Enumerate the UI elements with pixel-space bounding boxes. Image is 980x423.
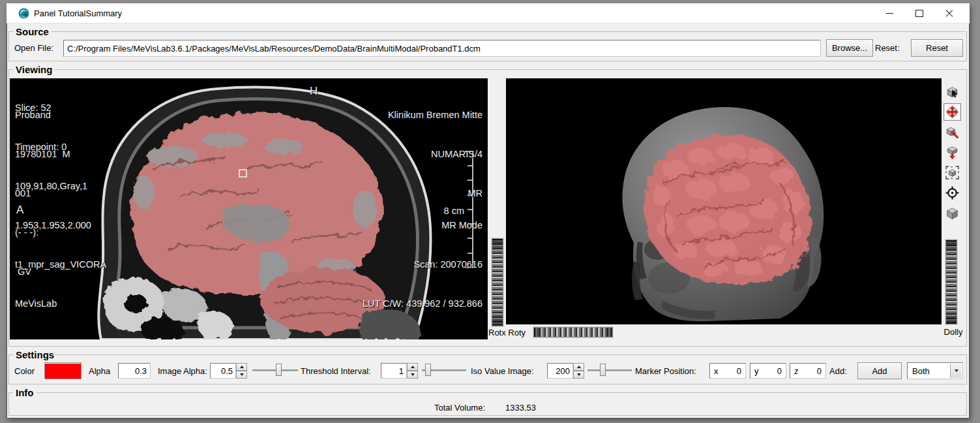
seek-button[interactable] (943, 184, 961, 202)
rotate-view-mode-icon (945, 104, 960, 119)
set-home-button[interactable] (943, 144, 961, 161)
rotate-view-mode-button[interactable] (943, 103, 961, 121)
iso-value-spinbox[interactable] (547, 363, 584, 379)
file-path-input[interactable] (63, 40, 821, 57)
spin-up-icon[interactable] (573, 363, 584, 371)
mode-overlay: MR Mode Scan: 20070616 LUT C/W: 439.962 … (363, 193, 483, 336)
spin-down-icon[interactable] (236, 371, 247, 379)
info-group (8, 392, 967, 416)
scale-label: 8 cm (444, 204, 464, 217)
marker-position-label: Marker Position: (635, 366, 696, 376)
slice-viewer[interactable]: Proband 19780101 M 001 (- - -): GV H A K… (10, 78, 488, 339)
title-bar[interactable]: Panel TutorialSummary (7, 3, 970, 24)
view-all-icon (945, 165, 960, 180)
image-alpha-value[interactable] (210, 363, 236, 379)
add-button[interactable]: Add (857, 362, 902, 379)
marker-y-field[interactable]: y 0 (750, 363, 786, 379)
color-swatch-button[interactable] (44, 362, 82, 379)
info-group-label: Info (13, 387, 37, 398)
skull-brain-render (506, 78, 942, 324)
maximize-button[interactable] (904, 3, 934, 24)
desktop-backdrop: Panel TutorialSummary Source Open File: … (0, 0, 980, 423)
iso-value[interactable] (547, 363, 573, 379)
marker-z-label: z (794, 366, 799, 376)
slider-handle[interactable] (600, 364, 606, 376)
close-icon (945, 10, 953, 18)
image-alpha-label: Image Alpha: (158, 366, 207, 376)
reset-label: Reset: (875, 43, 900, 53)
maximize-icon (915, 10, 923, 17)
total-volume-value: 1333.53 (505, 403, 536, 413)
marker-z-field[interactable]: z 0 (790, 363, 826, 379)
marker-x-field[interactable]: x 0 (709, 363, 746, 379)
slider-groove (252, 369, 298, 372)
browse-button[interactable]: Browse... (826, 39, 873, 57)
spin-down-icon[interactable] (407, 371, 418, 379)
seek-icon (945, 185, 960, 200)
minimize-button[interactable] (874, 3, 904, 24)
chevron-down-icon[interactable] (950, 364, 962, 378)
dolly-label: Dolly (940, 327, 966, 337)
threshold-interval-label: Threshold Interval: (301, 366, 371, 376)
view-all-button[interactable] (943, 164, 961, 181)
mevislab-logo-icon (18, 8, 29, 19)
slider-handle[interactable] (276, 364, 282, 376)
image-alpha-slider[interactable] (252, 364, 298, 377)
source-group-label: Source (13, 26, 52, 37)
threshold-value[interactable] (381, 363, 407, 379)
volume-viewer[interactable] (506, 78, 942, 324)
marker-y-label: y (754, 366, 759, 376)
open-file-label: Open File: (14, 43, 53, 53)
threshold-slider[interactable] (422, 364, 466, 377)
set-home-icon (945, 145, 960, 160)
viewing-group-label: Viewing (13, 64, 55, 75)
rotx-roty-label: Rotx Roty (488, 328, 526, 337)
rotx-roty-thumbwheel[interactable] (533, 327, 613, 337)
spin-down-icon[interactable] (573, 371, 584, 379)
image-alpha-spinbox[interactable] (210, 363, 247, 379)
perspective-icon (945, 206, 960, 221)
dolly-thumbwheel[interactable] (945, 240, 957, 324)
close-button[interactable] (934, 3, 964, 24)
marker-x-label: x (714, 366, 719, 376)
combo-selected-value: Both (912, 366, 930, 376)
threshold-spinbox[interactable] (381, 363, 418, 379)
slice-thumbwheel[interactable] (492, 238, 503, 326)
add-target-combobox[interactable]: Both (907, 362, 963, 379)
iso-value-slider[interactable] (587, 364, 632, 377)
settings-group-label: Settings (13, 349, 57, 360)
go-home-button[interactable] (943, 123, 961, 141)
marker-z-value: 0 (817, 366, 822, 376)
minimize-icon (886, 13, 893, 14)
window-title: Panel TutorialSummary (34, 8, 122, 18)
slider-groove (587, 369, 632, 372)
orientation-h-label: H (310, 85, 318, 98)
reset-button[interactable]: Reset (911, 39, 963, 57)
marker-x-value: 0 (737, 366, 741, 376)
marker-y-value: 0 (777, 366, 782, 376)
perspective-button[interactable] (943, 204, 961, 222)
slider-handle[interactable] (425, 364, 431, 376)
alpha-label: Alpha (89, 366, 110, 376)
pick-mode-icon (945, 84, 960, 99)
slice-status-overlay: Slice: 52 Timepoint: 0 109,91,80,Gray,1 … (15, 78, 106, 336)
spin-up-icon[interactable] (407, 363, 418, 371)
pick-mode-button[interactable] (943, 83, 961, 101)
add-label: Add: (829, 366, 847, 376)
color-label: Color (14, 366, 35, 376)
go-home-icon (945, 125, 960, 140)
iso-value-label: Iso Value Image: (471, 366, 534, 376)
total-volume-label: Total Volume: (434, 403, 485, 413)
alpha-input[interactable] (118, 363, 151, 379)
spin-up-icon[interactable] (236, 363, 247, 371)
